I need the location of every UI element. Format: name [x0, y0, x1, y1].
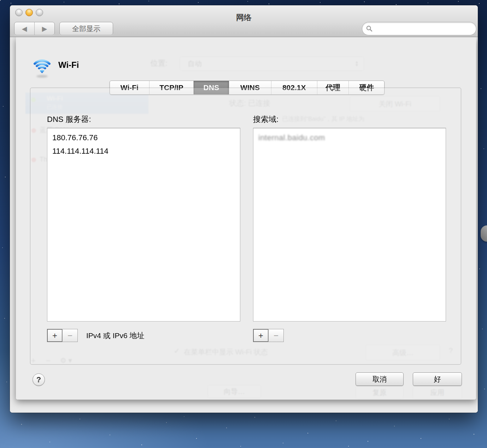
- dns-remove-button[interactable]: −: [62, 329, 78, 342]
- domain-add-button[interactable]: +: [253, 329, 269, 342]
- window-title: 网络: [10, 12, 478, 23]
- search-input[interactable]: [362, 22, 476, 35]
- forward-button[interactable]: ▶: [35, 22, 54, 35]
- dns-servers-list[interactable]: 180.76.76.76 114.114.114.114: [47, 128, 240, 322]
- sheet-service-name: Wi-Fi: [58, 60, 79, 70]
- dns-server-row[interactable]: 114.114.114.114: [52, 145, 240, 158]
- domain-remove-button[interactable]: −: [268, 329, 284, 342]
- sheet-help-button[interactable]: ?: [33, 373, 45, 386]
- nav-segmented-control: ◀ ▶: [14, 22, 55, 35]
- wifi-icon: [32, 55, 52, 79]
- search-domain-row[interactable]: internal.baidu.com: [258, 131, 446, 145]
- dns-add-button[interactable]: +: [47, 329, 63, 342]
- search-domains-label: 搜索域:: [253, 114, 278, 125]
- dns-add-remove-group: + −: [47, 329, 78, 342]
- cancel-button[interactable]: 取消: [356, 372, 404, 386]
- search-domains-list[interactable]: internal.baidu.com: [253, 128, 446, 322]
- search-icon: [366, 25, 372, 32]
- ip-hint-text: IPv4 或 IPv6 地址: [86, 331, 145, 341]
- window-body: 位置: 自动 ▲▼ Wi-Fi 已连接 蓝牙 PAN Thunderbolt 网…: [10, 37, 478, 413]
- dns-server-row[interactable]: 180.76.76.76: [52, 131, 240, 145]
- network-preferences-window: 网络 ◀ ▶ 全部显示 位置: 自动 ▲▼ Wi-Fi 已连接: [10, 5, 478, 413]
- show-all-button[interactable]: 全部显示: [59, 22, 113, 35]
- ok-button[interactable]: 好: [413, 372, 462, 386]
- starfield: [0, 0, 1, 1]
- domain-add-remove-group: + −: [253, 329, 284, 342]
- back-button[interactable]: ◀: [14, 22, 34, 35]
- titlebar: 网络 ◀ ▶ 全部显示: [10, 5, 478, 37]
- advanced-sheet: Wi-Fi Wi-Fi TCP/IP DNS WINS 802.1X 代理 硬件…: [16, 37, 476, 400]
- dns-servers-label: DNS 服务器:: [47, 114, 91, 125]
- screen-edge-handle: [481, 225, 487, 242]
